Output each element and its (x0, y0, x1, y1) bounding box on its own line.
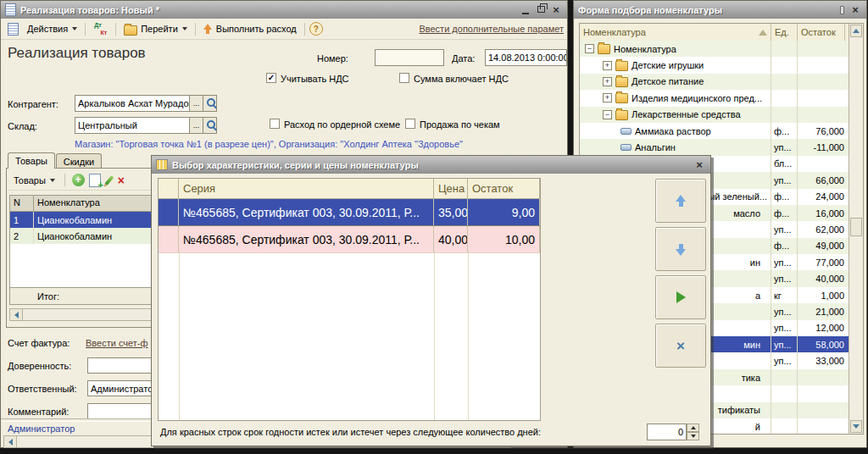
sale-by-checks-checkbox[interactable] (405, 119, 415, 129)
modal-close-button[interactable]: × (693, 159, 706, 171)
close-button[interactable]: × (549, 4, 563, 16)
form-icon-button[interactable] (4, 21, 22, 37)
actions-menu-button[interactable]: Действия (24, 22, 81, 36)
tree-expander[interactable] (603, 110, 612, 119)
tree-row-item[interactable]: Анальгин уп...-11,000 (580, 139, 849, 155)
series-row-selected[interactable]: №465685, Сертификат 003, 30.09.2011, Р..… (159, 199, 540, 226)
vat-included-checkbox[interactable] (399, 73, 409, 83)
delete-row-icon[interactable] (118, 174, 125, 186)
number-input[interactable] (375, 49, 444, 66)
series-row-expired[interactable]: №465685, Сертификат 003, 30.09.2011, Р..… (159, 226, 540, 253)
contractor-browse-button[interactable] (189, 95, 203, 112)
goods-menu-button[interactable]: Товары (11, 174, 58, 186)
comment-label: Комментарий: (8, 407, 69, 417)
edit-row-icon[interactable] (104, 175, 114, 185)
tree-expander[interactable] (585, 44, 594, 53)
restore-button[interactable] (534, 4, 548, 16)
contractor-search-button[interactable] (203, 95, 217, 112)
modal-title-bar[interactable]: Выбор характеристики, серии и цены номен… (152, 156, 710, 174)
window-title: Реализация товаров: Новый * (20, 5, 515, 15)
goto-menu-button[interactable]: Перейти (120, 21, 191, 37)
scroll-up-icon (853, 29, 860, 33)
grid-line (434, 251, 435, 420)
warehouse-input[interactable]: Центральный (75, 117, 190, 134)
folder-icon (615, 77, 628, 87)
chevron-down-icon (50, 179, 55, 182)
spinner-down-button[interactable] (687, 432, 699, 440)
spinner-up-button[interactable] (687, 424, 699, 432)
grid-line (468, 251, 469, 420)
spinner-up-icon (691, 426, 696, 429)
main-toolbar: Действия Дт Кт Перейти Выполнить расход … (1, 19, 567, 40)
picker-close-button[interactable]: × (849, 4, 862, 16)
tree-row-folder[interactable]: Изделия медицинского пред... (580, 90, 849, 106)
spinner-value[interactable]: 0 (647, 424, 687, 440)
tree-expander[interactable] (603, 61, 612, 70)
add-row-icon[interactable] (72, 174, 85, 186)
goods-row-number: 1 (10, 212, 34, 228)
magnifier-icon (207, 98, 215, 107)
additional-params-link[interactable]: Ввести дополнительные парамет (419, 24, 564, 34)
expiry-days-spinner[interactable]: 0 (647, 424, 699, 440)
order-scheme-checkbox[interactable] (270, 119, 280, 129)
help-icon[interactable]: ? (309, 22, 323, 36)
scroll-left-button[interactable] (4, 436, 17, 447)
scroll-left-icon (8, 439, 13, 446)
tab-discounts-label: Скидки (64, 157, 94, 167)
order-scheme-label: Расход по ордерной схеме (284, 119, 400, 130)
select-button[interactable] (655, 275, 706, 319)
toolbar-separator (304, 23, 305, 36)
copy-row-icon[interactable] (89, 174, 101, 187)
picker-vertical-scrollbar[interactable] (849, 24, 863, 434)
minimize-button[interactable] (519, 4, 532, 16)
chevron-down-icon (182, 27, 187, 30)
folder-icon (615, 110, 628, 120)
status-user: Администратор (8, 424, 75, 434)
tree-row-folder[interactable]: Детские игрушки (580, 57, 849, 73)
cancel-button[interactable] (655, 324, 706, 368)
tree-row-folder[interactable]: Лекарственные средства (580, 107, 849, 123)
tree-expander[interactable] (603, 93, 612, 102)
scrollbar-thumb[interactable] (850, 218, 862, 236)
arrow-down-icon (676, 243, 687, 256)
poa-label: Доверенность: (8, 361, 71, 371)
enter-invoice-link[interactable]: Ввести счет-ф (86, 338, 148, 348)
vat-checkbox[interactable] (266, 73, 276, 83)
tree-row-folder[interactable]: Номенклатура (580, 41, 849, 57)
execute-expense-button[interactable]: Выполнить расход (200, 22, 300, 36)
scroll-down-button[interactable] (850, 420, 862, 433)
warehouse-browse-button[interactable] (189, 117, 203, 134)
tree-row-item[interactable]: Аммиака раствор ф...76,000 (580, 123, 849, 139)
tree-row-folder[interactable]: Детское питание (580, 74, 849, 90)
sort-icon (759, 30, 767, 36)
pin-icon[interactable] (840, 6, 844, 14)
qty-value: 10,00 (468, 226, 540, 252)
toolbar-separator (115, 23, 116, 36)
date-input[interactable]: 14.08.2013 0:00:00 (485, 49, 567, 66)
move-down-button[interactable] (655, 227, 706, 271)
toolbar-separator (64, 174, 65, 186)
goods-row-number: 2 (10, 228, 34, 244)
dt-kt-button[interactable]: Дт Кт (90, 20, 111, 37)
tab-goods[interactable]: Товары (8, 152, 55, 169)
responsible-label: Ответственный: (8, 384, 77, 394)
arrow-up-icon (676, 195, 687, 208)
scroll-up-button[interactable] (850, 25, 862, 37)
price-value: 35,00 (434, 199, 468, 225)
tree-expander[interactable] (603, 77, 612, 86)
picker-title: Форма подбора номенклатуры (578, 5, 836, 15)
picker-table-header: Номенклатура Ед. Остаток (580, 24, 863, 42)
warehouse-search-button[interactable] (203, 117, 217, 134)
move-up-button[interactable] (655, 179, 706, 223)
tab-discounts[interactable]: Скидки (56, 153, 102, 169)
warehouse-label: Склад: (8, 121, 37, 131)
main-title-bar[interactable]: Реализация товаров: Новый * × (1, 1, 567, 19)
series-col-marker (159, 179, 179, 198)
goods-col-n: N (10, 196, 34, 211)
toolbar-separator (195, 23, 196, 36)
contractor-input[interactable]: Аркалыков Асхат Мурадович (75, 95, 190, 112)
scroll-left-button[interactable] (10, 309, 23, 320)
price-value: 40,00 (434, 226, 468, 252)
picker-title-bar[interactable]: Форма подбора номенклатуры × (574, 1, 866, 19)
tab-goods-label: Товары (15, 156, 47, 166)
